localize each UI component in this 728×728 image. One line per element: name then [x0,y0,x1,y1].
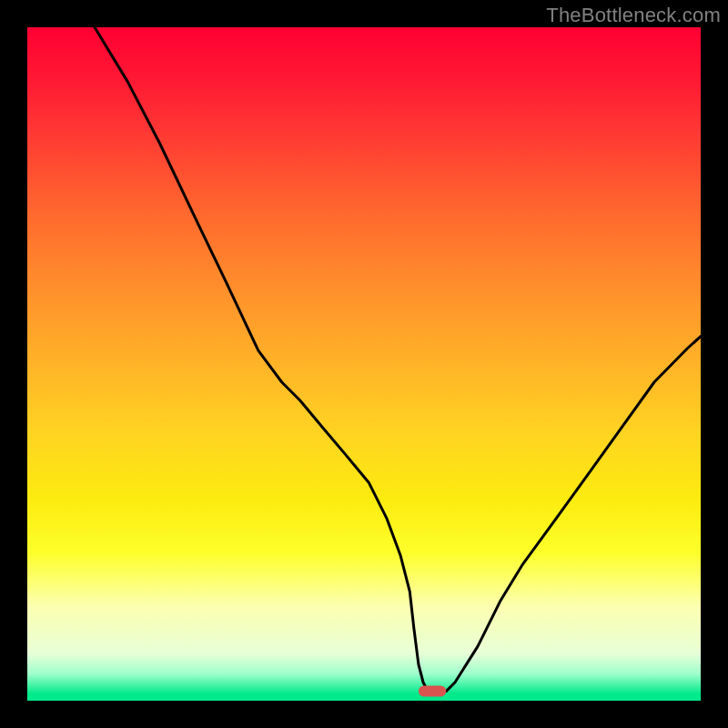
watermark-label: TheBottleneck.com [546,4,721,27]
bottleneck-curve [95,27,701,692]
plot-area [27,27,701,701]
curve-svg [27,27,701,701]
min-marker [419,686,446,697]
chart-frame: TheBottleneck.com [0,0,728,728]
